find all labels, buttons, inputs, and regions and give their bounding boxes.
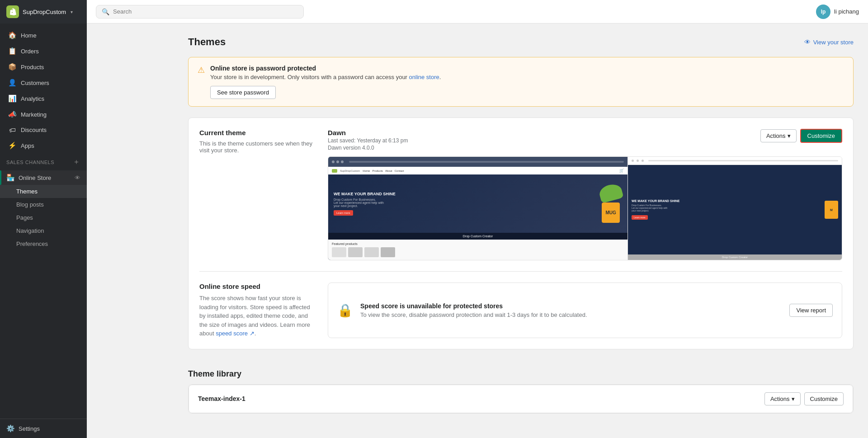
sidebar-sub-item-navigation[interactable]: Navigation xyxy=(0,224,87,237)
alert-title: Online store is password protected xyxy=(210,65,441,72)
sidebar-sub-item-preferences[interactable]: Preferences xyxy=(0,237,87,250)
sales-channels-label: Sales channels xyxy=(6,160,54,165)
speed-unavailable-desc: To view the score, disable password prot… xyxy=(360,311,782,318)
search-icon: 🔍 xyxy=(102,8,109,15)
sidebar-sub-item-pages[interactable]: Pages xyxy=(0,211,87,224)
sidebar-item-home[interactable]: 🏠 Home xyxy=(2,28,85,43)
sidebar-sub-item-themes[interactable]: Themes xyxy=(0,185,87,198)
search-input[interactable] xyxy=(113,8,298,15)
current-theme-desc: This is the theme customers see when the… xyxy=(199,140,317,154)
theme-library-header: Theme library xyxy=(188,360,854,384)
theme-preview: SupDropCustom HomeProductsAboutContact 🛒… xyxy=(328,156,842,260)
products-icon: 📦 xyxy=(8,63,16,71)
theme-library-item: Teemax-index-1 Actions ▾ Customize xyxy=(189,385,853,413)
library-actions-button[interactable]: Actions ▾ xyxy=(764,392,801,405)
preview-top-bar xyxy=(328,157,627,167)
view-store-link[interactable]: 👁 View your store xyxy=(804,38,854,46)
sub-nav: ThemesBlog postsPagesNavigationPreferenc… xyxy=(0,185,87,250)
sub-item-label-navigation: Navigation xyxy=(16,227,44,234)
sidebar-item-orders[interactable]: 📋 Orders xyxy=(2,43,85,59)
speed-section-title: Online store speed xyxy=(199,283,317,290)
sidebar-item-products[interactable]: 📦 Products xyxy=(2,59,85,75)
preview-sub: Drop Custom For Businesses.Let our exper… xyxy=(334,198,596,207)
theme-library-item-name: Teemax-index-1 xyxy=(198,395,245,402)
preview-headline: WE MAKE YOUR BRAND SHINE xyxy=(334,192,596,197)
theme-library-title: Theme library xyxy=(188,369,854,379)
library-customize-label: Customize xyxy=(810,396,838,402)
speed-unavailable-title: Speed score is unavailable for protected… xyxy=(360,302,782,310)
warning-icon: ⚠ xyxy=(198,65,205,75)
analytics-icon: 📊 xyxy=(8,94,16,103)
user-name: li pichang xyxy=(834,8,859,15)
online-store-eye-icon[interactable]: 👁 xyxy=(75,174,80,181)
avatar-initials: lp xyxy=(821,9,826,15)
page-title: Themes xyxy=(188,36,226,48)
settings-label: Settings xyxy=(19,425,40,432)
sub-item-label-blog-posts: Blog posts xyxy=(16,201,44,208)
orders-icon: 📋 xyxy=(8,47,16,55)
sidebar-item-apps[interactable]: ⚡ Apps xyxy=(2,138,85,153)
preview-cta: Learn more xyxy=(334,210,353,216)
library-customize-button[interactable]: Customize xyxy=(804,392,844,405)
settings-icon: ⚙️ xyxy=(6,424,15,433)
preview-shoe xyxy=(598,182,623,203)
sidebar-item-label-customers: Customers xyxy=(21,80,49,86)
sub-item-label-pages: Pages xyxy=(16,214,33,221)
theme-info: Current theme This is the theme customer… xyxy=(199,129,317,260)
sidebar-item-analytics[interactable]: 📊 Analytics xyxy=(2,91,85,106)
lock-icon: 🔒 xyxy=(337,303,353,318)
sidebar-item-marketing[interactable]: 📣 Marketing xyxy=(2,107,85,122)
eye-icon: 👁 xyxy=(804,38,811,46)
view-store-label: View your store xyxy=(813,39,854,46)
theme-main: Dawn Last saved: Yesterday at 6:13 pm Da… xyxy=(328,129,842,260)
sidebar-header[interactable]: SupDropCustom ▾ xyxy=(0,0,87,24)
online-store-item[interactable]: 🏪 Online Store 👁 xyxy=(0,170,87,185)
theme-actions: Actions ▾ Customize xyxy=(760,129,842,143)
library-actions-chevron-icon: ▾ xyxy=(792,396,795,402)
sidebar-item-label-home: Home xyxy=(21,32,37,39)
apps-icon: ⚡ xyxy=(8,141,16,150)
marketing-icon: 📣 xyxy=(8,110,16,118)
customize-button[interactable]: Customize xyxy=(800,129,842,143)
actions-button[interactable]: Actions ▾ xyxy=(760,129,797,142)
view-report-button[interactable]: View report xyxy=(789,304,833,317)
speed-text: Speed score is unavailable for protected… xyxy=(360,302,782,318)
sidebar-item-label-discounts: Discounts xyxy=(21,127,47,133)
preview-side-hero: WE MAKE YOUR BRAND SHINE Drop Custom For… xyxy=(628,165,842,254)
alert-banner: ⚠ Online store is password protected You… xyxy=(188,57,854,107)
sidebar-item-label-analytics: Analytics xyxy=(21,95,44,102)
store-dropdown-icon[interactable]: ▾ xyxy=(71,9,73,14)
actions-chevron-icon: ▾ xyxy=(788,132,791,139)
page-header: Themes 👁 View your store xyxy=(188,36,854,48)
sidebar-item-discounts[interactable]: 🏷 Discounts xyxy=(2,122,85,137)
speed-section-desc: The score shows how fast your store is l… xyxy=(199,294,317,338)
see-password-button[interactable]: See store password xyxy=(210,86,276,99)
sidebar-item-label-orders: Orders xyxy=(21,48,39,55)
preview-mug: MUG xyxy=(602,203,620,223)
speed-section: Online store speed The score shows how f… xyxy=(189,272,853,349)
preview-side-screen: WE MAKE YOUR BRAND SHINE Drop Custom For… xyxy=(627,157,842,260)
sub-item-label-themes: Themes xyxy=(16,188,38,195)
preview-side-nav xyxy=(628,157,842,165)
actions-label: Actions xyxy=(766,132,786,139)
speed-score-link[interactable]: speed score ↗ xyxy=(216,330,254,337)
sidebar-sub-item-blog-posts[interactable]: Blog posts xyxy=(0,198,87,211)
sub-item-label-preferences: Preferences xyxy=(16,240,48,247)
user-area: lp li pichang xyxy=(816,5,859,19)
theme-name: Dawn xyxy=(328,129,408,137)
add-sales-channel-button[interactable]: ＋ xyxy=(73,157,80,167)
search-bar[interactable]: 🔍 xyxy=(96,5,304,19)
preview-hero: WE MAKE YOUR BRAND SHINE Drop Custom For… xyxy=(328,174,627,233)
speed-main: 🔒 Speed score is unavailable for protect… xyxy=(328,283,842,338)
preview-main-screen: SupDropCustom HomeProductsAboutContact 🛒… xyxy=(328,157,627,260)
online-store-icon: 🏪 xyxy=(6,174,15,182)
discounts-icon: 🏷 xyxy=(8,126,16,134)
sales-channels-header: Sales channels ＋ xyxy=(0,154,87,170)
settings-item[interactable]: ⚙️ Settings xyxy=(6,424,80,433)
speed-info: Online store speed The score shows how f… xyxy=(199,283,317,338)
theme-header: Dawn Last saved: Yesterday at 6:13 pm Da… xyxy=(328,129,842,151)
store-name: SupDropCustom xyxy=(23,9,66,15)
theme-version: Dawn version 4.0.0 xyxy=(328,145,408,151)
sidebar-item-customers[interactable]: 👤 Customers xyxy=(2,75,85,90)
online-store-link[interactable]: online store xyxy=(409,74,439,80)
